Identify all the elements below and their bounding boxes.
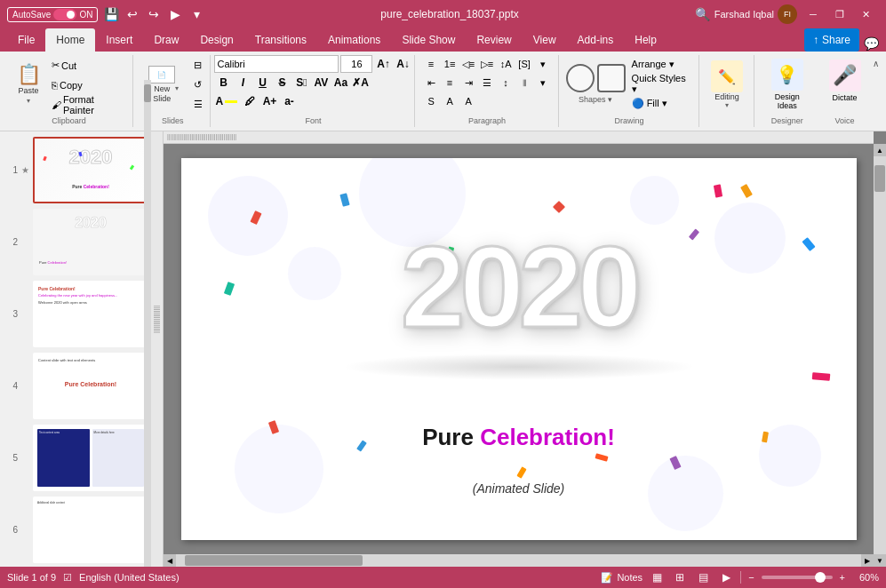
tab-help[interactable]: Help [624,28,667,52]
zoom-out-button[interactable]: − [746,572,755,583]
font-family-input[interactable] [214,55,339,73]
text-highlight-button[interactable]: 🖊 [241,92,259,110]
font-size-input[interactable] [340,55,372,73]
tab-file[interactable]: File [7,28,45,52]
slide-thumb-6[interactable]: Additional slide content [33,497,148,563]
text-fill[interactable]: A [459,92,477,110]
share-button[interactable]: ↑ Share [804,28,859,52]
copy-button[interactable]: ⎘ Copy [48,76,127,94]
columns[interactable]: ⫴ [515,74,533,91]
present-icon[interactable]: ▶ [167,6,183,22]
convert-to-smartart[interactable]: [S] [515,55,533,73]
font-size-grow[interactable]: A+ [260,92,278,110]
reset-button[interactable]: ↺ [190,76,206,94]
rect-shape[interactable] [597,64,626,92]
editing-button[interactable]: ✏️ Editing ▾ [707,57,746,113]
quick-styles-button[interactable]: Quick Styles ▾ [628,75,693,92]
scroll-v-thumb[interactable] [874,165,885,192]
minimize-button[interactable]: ─ [801,4,826,25]
view-reading-button[interactable]: ▤ [694,568,712,586]
shape-fill-button[interactable]: 🔵 Fill ▾ [628,94,693,112]
decrease-indent[interactable]: ◁≡ [459,55,477,73]
align-right[interactable]: ⇥ [459,74,477,91]
underline-button[interactable]: U [253,74,271,91]
undo-icon[interactable]: ↩ [124,6,140,22]
view-slide-sorter-button[interactable]: ⊞ [671,568,689,586]
language[interactable]: English (United States) [79,572,180,583]
tab-home[interactable]: Home [45,28,95,52]
section-button[interactable]: ☰ [190,96,206,114]
tab-review[interactable]: Review [466,28,522,52]
more-para2[interactable]: ▾ [534,74,552,91]
strikethrough-button[interactable]: S [273,74,291,91]
tab-insert[interactable]: Insert [95,28,143,52]
slide-thumb-2[interactable]: 2020 Pure Celebration! [33,209,148,275]
view-presenter-button[interactable]: ▶ [717,568,735,586]
restore-button[interactable]: ❐ [827,4,852,25]
font-color-button[interactable]: A [214,92,239,110]
tab-transitions[interactable]: Transitions [244,28,317,52]
comments-icon[interactable]: 💬 [863,36,879,52]
slide-thumb-3[interactable]: Pure Celebration! Celebrating the new ye… [33,281,148,347]
slide-panel-scrollbar[interactable] [144,131,151,567]
scroll-left-arrow[interactable]: ◀ [164,554,176,567]
slide-thumb-1[interactable]: 2020 Pure Celebration! [33,137,148,203]
layout-button[interactable]: ⊟ [190,57,206,75]
save-icon[interactable]: 💾 [103,6,119,22]
tab-slideshow[interactable]: Slide Show [391,28,466,52]
text-direction[interactable]: ↕A [497,55,515,73]
scroll-v-track[interactable] [874,156,886,554]
collapse-ribbon-button[interactable]: ∧ [871,57,881,70]
paste-button[interactable]: 📋 Paste ▾ [11,59,46,112]
oval-shape[interactable] [566,64,595,92]
clear-format-button[interactable]: ✗A [351,74,369,91]
numbering-button[interactable]: 1≡ [441,55,459,73]
bullets-button[interactable]: ≡ [422,55,440,73]
autosave-badge[interactable]: AutoSave ON [7,7,98,22]
font-size-shrink[interactable]: a- [280,92,298,110]
canvas-v-scrollbar[interactable]: ▲ ▼ [874,144,886,567]
scroll-up-arrow[interactable]: ▲ [874,144,886,156]
view-normal-button[interactable]: ▦ [648,568,666,586]
notes-button[interactable]: 📝 Notes [601,572,643,584]
dictate-button[interactable]: 🎤 Dictate [826,56,865,115]
slide-thumb-5[interactable]: Text content area More details here [33,425,148,491]
tab-draw[interactable]: Draw [143,28,189,52]
align-center[interactable]: ≡ [441,74,459,91]
accessibility-icon[interactable]: ☑ [63,572,72,584]
zoom-level[interactable]: 60% [852,572,879,583]
autosave-toggle[interactable] [53,9,76,20]
italic-button[interactable]: I [234,74,251,91]
increase-indent[interactable]: ▷≡ [478,55,496,73]
line-spacing[interactable]: ↕ [497,74,515,91]
font-case-button[interactable]: Aa [331,74,349,91]
shadow-button[interactable]: S⃝ [292,74,310,91]
redo-icon[interactable]: ↪ [146,6,162,22]
format-painter-button[interactable]: 🖌 Format Painter [48,96,127,114]
word-art[interactable]: A [441,92,459,110]
search-icon[interactable]: 🔍 [695,6,711,22]
scroll-h-track[interactable] [176,554,861,567]
more-para[interactable]: ▾ [534,55,552,73]
design-ideas-button[interactable]: 💡 Design Ideas [762,55,813,123]
scroll-down-arrow[interactable]: ▼ [874,554,886,567]
more-icon[interactable]: ▾ [188,6,204,22]
justify[interactable]: ☰ [478,74,496,91]
char-spacing-button[interactable]: AV [312,74,330,91]
text-shadow-para[interactable]: S [422,92,440,110]
tab-animations[interactable]: Animations [317,28,391,52]
arrange-button[interactable]: Arrange ▾ [628,55,693,73]
slide-thumb-4[interactable]: Content slide with text and elements Pur… [33,353,148,419]
canvas-h-scrollbar[interactable]: ◀ ▶ [164,554,874,567]
font-size-decrease[interactable]: A↓ [394,55,411,73]
zoom-in-button[interactable]: + [838,572,847,583]
scroll-right-arrow[interactable]: ▶ [861,554,874,567]
bold-button[interactable]: B [214,74,232,91]
zoom-slider[interactable] [762,576,833,579]
align-left[interactable]: ⇤ [422,74,440,91]
cut-button[interactable]: ✂ Cut [48,57,127,75]
scroll-h-thumb[interactable] [185,555,363,566]
tab-design[interactable]: Design [189,28,243,52]
close-button[interactable]: ✕ [854,4,879,25]
tab-addins[interactable]: Add-ins [567,28,625,52]
